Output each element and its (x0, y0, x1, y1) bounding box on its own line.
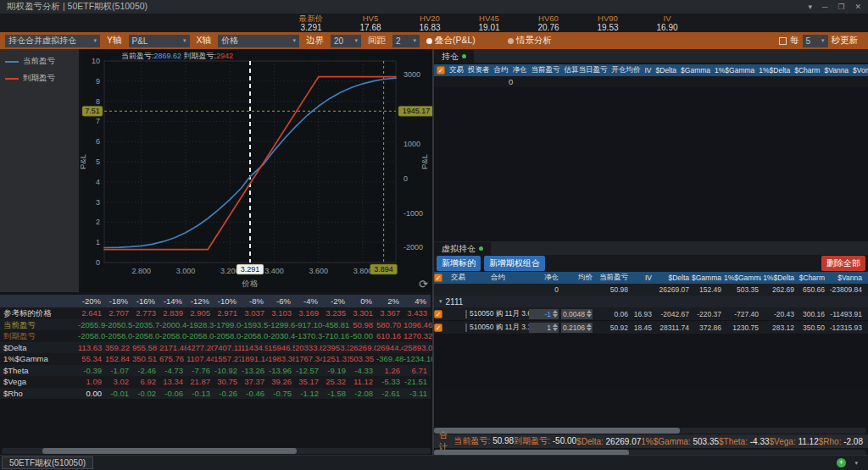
pnl-chart[interactable]: 2.8003.0003.2003.4003.6003.8000123456789… (81, 49, 432, 292)
right-scrollbar-thumb[interactable] (434, 428, 680, 434)
scenario-cell: 3.367 (376, 307, 403, 319)
positions-column-header: 交易 (449, 65, 464, 75)
spinner-arrows-icon[interactable] (553, 323, 558, 331)
virtual-summary-cell: 50.98 (595, 285, 631, 294)
status-tab-underlying[interactable]: 50ETF期权(510050) (2, 456, 93, 469)
scenario-cell: 21.87 (186, 376, 214, 388)
totals-item-label: 到期盈亏: (514, 436, 553, 445)
totals-item-label: $Theta: (719, 437, 750, 446)
price-stepper[interactable]: 0.2106 (561, 323, 593, 333)
virtual-summary-cell: 262.69 (761, 285, 797, 294)
scenario-cell: -0.75 (268, 388, 295, 400)
totals-item: 当前盈亏: 50.98 (454, 435, 515, 447)
quantity-stepper[interactable]: 1 (529, 323, 559, 333)
spinner-down-icon[interactable] (587, 314, 592, 318)
tab-options-caret-icon[interactable]: ▾ (854, 460, 858, 467)
spinner-arrows-icon[interactable] (587, 310, 592, 318)
delete-all-button[interactable]: 删除全部 (821, 256, 865, 271)
market-stats-row: 最新价3.291HV517.68HV2016.83HV4519.01HV6020… (0, 14, 868, 32)
virtual-summary-cell: 152.49 (692, 285, 724, 294)
scenario-row-label: 参考标的价格 (0, 307, 78, 319)
virtual-group-row[interactable]: ▾ 2111 (434, 296, 868, 307)
x-axis-title: 价格 (242, 279, 259, 288)
scenario-column-header: -18% (105, 295, 132, 307)
row-checkbox[interactable]: ✓ (437, 66, 445, 75)
scenario-cell: -7.76 (186, 365, 214, 377)
window-minimize-icon[interactable]: ─ (822, 3, 827, 11)
y-axis-select[interactable]: P&L ▾ (129, 35, 190, 47)
scenario-cell: -2058.00 (105, 330, 132, 342)
virtual-row-cell: -727.40 (724, 310, 761, 318)
row-checkbox[interactable]: ✓ (434, 310, 442, 318)
spinner-up-icon[interactable] (553, 323, 558, 327)
totals-item-value: 11.12 (798, 437, 818, 446)
chevron-down-icon: ▾ (355, 37, 359, 44)
legend-item: 当前盈亏 (5, 56, 74, 67)
scenario-cell: -1370.32 (295, 330, 322, 342)
positions-table-header: ✓交易投资者合约净仓当前盈亏估算当日盈亏开仓均价IV$Delta$Gamma1%… (434, 64, 868, 76)
spinner-down-icon[interactable] (553, 314, 558, 318)
scenario-cell: -50.00 (349, 330, 376, 342)
scenario-cell: -2050.56 (105, 319, 132, 331)
interval-select[interactable]: 2 ▾ (392, 35, 420, 47)
boundary-select[interactable]: 20 ▾ (331, 35, 361, 47)
header-checkbox[interactable]: ✓ (434, 274, 442, 282)
virtual-position-row[interactable]: ✓510050 购 11月 3.6-10.00480.0616.93-2042.… (434, 307, 868, 321)
refresh-seconds-select[interactable]: 5 ▾ (803, 35, 828, 47)
scenario-analysis-radio[interactable]: 情景分析 (508, 35, 552, 47)
scenario-cell: -2.46 (132, 365, 159, 377)
y-left-tick: 1 (96, 238, 100, 246)
chart-refresh-icon[interactable]: ⟳ (419, 279, 428, 290)
spinner-arrows-icon[interactable] (587, 323, 592, 331)
auto-refresh-checkbox[interactable] (779, 37, 787, 45)
positions-panel-titlebar: 持仓 (434, 49, 868, 63)
virtual-positions-tab[interactable]: 虚拟持仓 (434, 242, 491, 255)
y-right-tick: -2000 (403, 243, 423, 252)
chart-annotation: 当前盈亏:2869.62 到期盈亏:2942 (121, 52, 233, 60)
left-scrollbar-thumb[interactable] (42, 448, 297, 454)
virtual-panel-buttons: 新增标的 新增期权组合 删除全部 (434, 255, 868, 272)
add-option-combo-button[interactable]: 新增期权组合 (484, 256, 545, 271)
totals-item: 1%$Gamma: 503.35 (641, 437, 719, 446)
scenario-column-header: -16% (132, 295, 159, 307)
position-mode-select[interactable]: 持仓合并虚拟持仓 ▾ (5, 35, 100, 47)
scenario-column-header: -14% (159, 295, 186, 307)
scenario-cell: 1983.38 (268, 353, 295, 365)
positions-column-header: $Vomma (853, 66, 868, 75)
spinner-up-icon[interactable] (587, 310, 592, 313)
window-close-icon[interactable]: ✕ (854, 3, 861, 11)
spinner-down-icon[interactable] (553, 328, 558, 331)
scenario-cell: 2171.48 (159, 342, 186, 354)
scenario-cell: 3.02 (105, 376, 132, 388)
price-stepper[interactable]: 0.0048 (561, 309, 593, 319)
positions-panel: 持仓 ✓交易投资者合约净仓当前盈亏估算当日盈亏开仓均价IV$Delta$Gamm… (434, 49, 868, 241)
totals-item-value: 50.98 (492, 436, 514, 445)
radio-dot-icon (508, 38, 514, 44)
scenario-column-header: -4% (295, 295, 322, 307)
window-maximize-icon[interactable]: ❐ (837, 3, 844, 11)
spinner-up-icon[interactable] (553, 310, 558, 313)
add-underlying-button[interactable]: 新增标的 (437, 256, 481, 271)
window-dropdown-icon[interactable]: ▾ (808, 3, 812, 11)
spinner-arrows-icon[interactable] (553, 310, 558, 318)
spinner-down-icon[interactable] (587, 328, 592, 331)
totals-item-label: $Vega: (770, 437, 798, 446)
scenario-cell: -0.06 (159, 388, 186, 400)
positions-column-header: IV (645, 66, 652, 75)
add-tab-plus-icon[interactable]: + (837, 458, 846, 467)
x-axis-select[interactable]: 价格 ▾ (218, 35, 299, 47)
overlay-pnl-radio[interactable]: 叠合(P&L) (426, 35, 476, 47)
x-axis-tick: 3.400 (264, 267, 284, 275)
scenario-cell: 35.17 (295, 376, 322, 388)
virtual-position-row[interactable]: ✓510050 购 11月 3.110.210650.9218.4528311.… (434, 321, 868, 335)
positions-tab[interactable]: 持仓 (434, 50, 474, 63)
scenario-cell: 955.58 (132, 342, 159, 354)
scenario-row-label: 到期盈亏 (0, 330, 78, 342)
row-checkbox[interactable]: ✓ (434, 323, 442, 332)
scenario-cell: 3.037 (241, 307, 268, 319)
quantity-stepper[interactable]: -1 (529, 309, 559, 319)
scenario-cell: 25893.04 (403, 342, 431, 354)
spinner-up-icon[interactable] (587, 323, 592, 327)
y-left-tick: 6 (96, 137, 100, 146)
scenario-row-label: 1%$Gamma (0, 353, 78, 365)
